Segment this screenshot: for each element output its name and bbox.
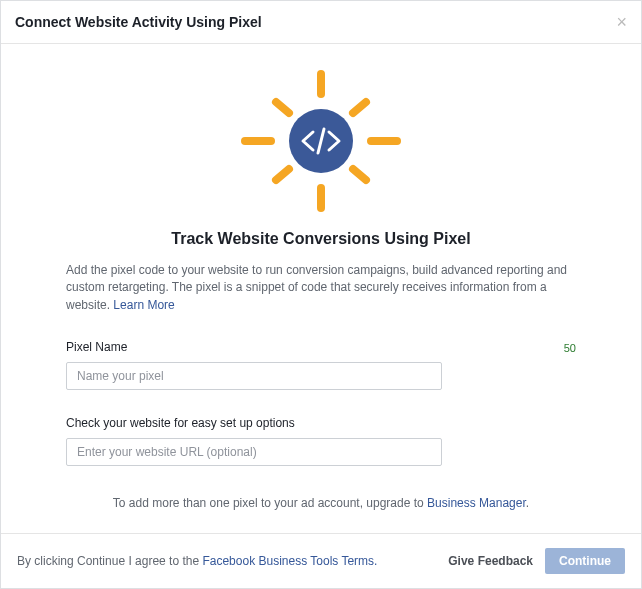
dialog-header: Connect Website Activity Using Pixel × <box>1 1 641 44</box>
description: Add the pixel code to your website to ru… <box>66 262 576 314</box>
website-field: Check your website for easy set up optio… <box>66 416 576 466</box>
pixel-name-char-count: 50 <box>564 342 576 354</box>
dialog-footer: By clicking Continue I agree to the Face… <box>1 533 641 588</box>
business-manager-link[interactable]: Business Manager <box>427 496 526 510</box>
pixel-info-pre: To add more than one pixel to your ad ac… <box>113 496 427 510</box>
pixel-name-label-row: Pixel Name 50 <box>66 340 576 354</box>
learn-more-link[interactable]: Learn More <box>113 298 174 312</box>
pixel-name-label: Pixel Name <box>66 340 127 354</box>
pixel-name-field: Pixel Name 50 <box>66 340 576 390</box>
website-input[interactable] <box>66 438 442 466</box>
pixel-illustration <box>66 60 576 224</box>
sun-code-icon <box>221 66 421 216</box>
dialog-body: Track Website Conversions Using Pixel Ad… <box>1 44 641 533</box>
terms-link[interactable]: Facebook Business Tools Terms. <box>202 554 377 568</box>
continue-button[interactable]: Continue <box>545 548 625 574</box>
terms-text: By clicking Continue I agree to the Face… <box>17 554 377 568</box>
website-label: Check your website for easy set up optio… <box>66 416 576 430</box>
terms-pre: By clicking Continue I agree to the <box>17 554 202 568</box>
footer-actions: Give Feedback Continue <box>448 548 625 574</box>
svg-line-4 <box>276 102 289 113</box>
dialog-title: Connect Website Activity Using Pixel <box>15 14 262 30</box>
svg-line-6 <box>276 169 289 180</box>
pixel-name-input[interactable] <box>66 362 442 390</box>
pixel-info: To add more than one pixel to your ad ac… <box>66 496 576 510</box>
svg-line-7 <box>353 169 366 180</box>
dialog: Connect Website Activity Using Pixel × <box>0 0 642 589</box>
main-heading: Track Website Conversions Using Pixel <box>66 230 576 248</box>
close-icon[interactable]: × <box>616 13 627 31</box>
give-feedback-link[interactable]: Give Feedback <box>448 554 533 568</box>
pixel-info-post: . <box>526 496 529 510</box>
svg-line-5 <box>353 102 366 113</box>
